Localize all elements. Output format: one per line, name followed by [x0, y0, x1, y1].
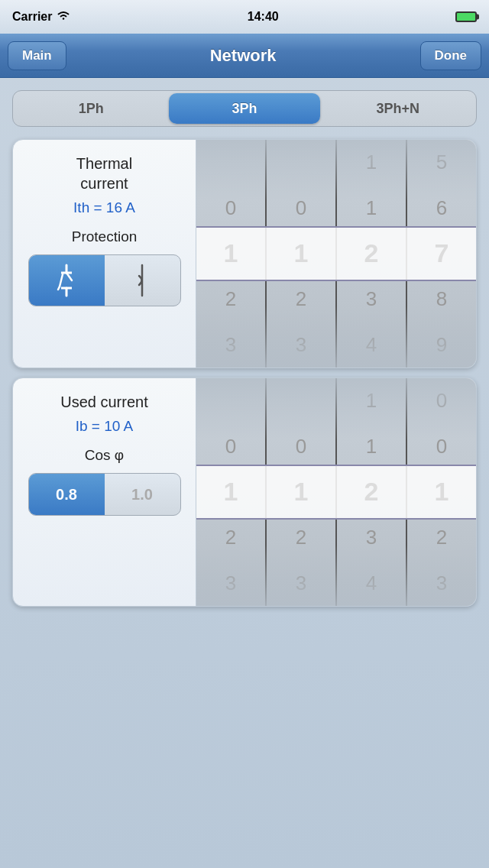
drum-col-1: 0 1 2 3	[267, 140, 337, 368]
drum-cell: 3	[196, 322, 265, 368]
used-current-drum[interactable]: 0 1 2 3 0 1 2 3 1 1 2 3	[196, 378, 476, 606]
thermal-drum[interactable]: 0 1 2 3 0 1 2 3 1 1 2 3	[196, 140, 476, 368]
drum-cell: 0	[196, 186, 265, 232]
drum-cell: 2	[407, 515, 476, 561]
tab-1ph[interactable]: 1Ph	[15, 93, 167, 124]
protection-toggle	[28, 254, 181, 306]
used-current-drum-container: 0 1 2 3 0 1 2 3 1 1 2 3	[196, 378, 476, 606]
main-button[interactable]: Main	[8, 41, 66, 70]
drum-col-3: 5 6 7 8 9	[407, 140, 476, 368]
drum2-col-2: 1 1 2 3 4	[337, 378, 407, 606]
drum-cell: 0	[407, 378, 476, 424]
drum-cell: 1	[337, 378, 406, 424]
drum-cell: 1	[337, 424, 406, 470]
drum-cell: 3	[407, 560, 476, 606]
drum-cell: 6	[407, 186, 476, 232]
drum2-col-0: 0 1 2 3	[196, 378, 267, 606]
svg-line-7	[58, 287, 60, 290]
protection-toggle-btn2[interactable]	[105, 255, 180, 306]
drum-col-0: 0 1 2 3	[196, 140, 267, 368]
drum2-col-3: 0 0 1 2 3	[407, 378, 476, 606]
page-title: Network	[210, 46, 277, 66]
wifi-icon	[57, 10, 70, 24]
drum-cell: 0	[407, 424, 476, 470]
drum-cell: 7	[407, 231, 476, 277]
drum-cell: 5	[407, 140, 476, 186]
drum-cell: 8	[407, 277, 476, 322]
status-bar: Carrier 14:40	[0, 0, 489, 34]
drum-cell: 1	[407, 469, 476, 515]
protection-label: Protection	[72, 228, 138, 245]
drum-cell: 1	[267, 231, 335, 277]
thermal-value: Ith = 16 A	[73, 199, 135, 216]
drum-cell: 1	[196, 469, 265, 515]
protection-toggle-btn1[interactable]	[29, 255, 105, 306]
content-area: Thermalcurrent Ith = 16 A Protection	[0, 133, 489, 613]
drum-cell: 0	[267, 186, 335, 232]
battery-icon	[455, 11, 477, 22]
drum-cell: 1	[267, 469, 335, 515]
drum-cell: 3	[337, 277, 406, 322]
drum-cell: 2	[267, 515, 335, 561]
drum-cell: 3	[267, 560, 335, 606]
carrier-area: Carrier	[12, 10, 70, 24]
drum-cell: 2	[337, 231, 406, 277]
drum-cell: 3	[337, 515, 406, 561]
used-current-card: Used current Ib = 10 A Cos φ 0.8 1.0 0 1…	[12, 377, 477, 607]
drum-cell: 9	[407, 322, 476, 368]
cos-phi-label: Cos φ	[85, 447, 124, 464]
drum-cell: 2	[337, 469, 406, 515]
tab-3phn[interactable]: 3Ph+N	[322, 93, 474, 124]
drum-cell	[267, 140, 335, 186]
drum-cell: 1	[337, 186, 406, 232]
drum-cell: 4	[337, 322, 406, 368]
drum-cell: 0	[196, 424, 265, 470]
drum-cell: 2	[267, 277, 335, 322]
drum-cell: 2	[196, 515, 265, 561]
thermal-card-left: Thermalcurrent Ith = 16 A Protection	[13, 140, 196, 368]
drum-cell: 2	[196, 277, 265, 322]
drum-cell: 1	[337, 140, 406, 186]
used-current-label: Used current	[60, 392, 148, 412]
drum-col-2: 1 1 2 3 4	[337, 140, 407, 368]
used-current-card-left: Used current Ib = 10 A Cos φ 0.8 1.0	[13, 378, 196, 606]
thermal-card: Thermalcurrent Ith = 16 A Protection	[12, 139, 477, 368]
nav-bar: Main Network Done	[0, 34, 489, 78]
cos-toggle-08[interactable]: 0.8	[29, 474, 105, 515]
drum-cell	[196, 378, 265, 424]
drum-cell	[267, 378, 335, 424]
carrier-label: Carrier	[12, 10, 52, 24]
thermal-label: Thermalcurrent	[76, 154, 132, 193]
drum-cell: 3	[267, 322, 335, 368]
drum-cell	[196, 140, 265, 186]
tab-3ph[interactable]: 3Ph	[169, 93, 321, 124]
drum-cell: 4	[337, 560, 406, 606]
drum-cell: 3	[196, 560, 265, 606]
cos-toggle: 0.8 1.0	[28, 473, 181, 516]
drum-cell: 1	[196, 231, 265, 277]
segment-container: 1Ph 3Ph 3Ph+N	[0, 78, 489, 133]
drum-cell: 0	[267, 424, 335, 470]
drum2-col-1: 0 1 2 3	[267, 378, 337, 606]
svg-line-6	[60, 274, 63, 287]
cos-toggle-10[interactable]: 1.0	[105, 474, 180, 515]
used-current-value: Ib = 10 A	[76, 418, 134, 435]
thermal-drum-container: 0 1 2 3 0 1 2 3 1 1 2 3	[196, 140, 476, 368]
status-time: 14:40	[248, 10, 279, 24]
done-button[interactable]: Done	[420, 41, 482, 70]
segmented-control: 1Ph 3Ph 3Ph+N	[12, 90, 477, 127]
